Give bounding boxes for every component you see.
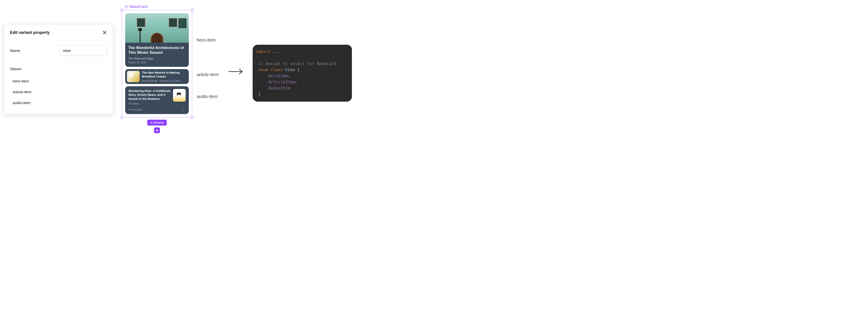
hero-date: August 25, 2021 bbox=[128, 61, 186, 64]
code-import-rest: ... bbox=[271, 49, 280, 54]
article-source: Morning Break bbox=[142, 80, 157, 82]
resize-handle-bl[interactable] bbox=[121, 116, 123, 118]
component-label[interactable]: NewsCard bbox=[125, 4, 147, 9]
hero-subtitle: The Seasonal Sagas bbox=[128, 57, 186, 60]
add-variant-button[interactable] bbox=[154, 128, 160, 133]
gutter-fold-icon[interactable] bbox=[253, 86, 256, 89]
annotation-hero: hero-item bbox=[197, 37, 219, 43]
close-icon[interactable] bbox=[102, 30, 107, 35]
variants-badge[interactable]: 3 Variants bbox=[147, 120, 167, 125]
annotation-audio: audio-item bbox=[197, 94, 219, 99]
panel-title: Edit variant property bbox=[10, 30, 50, 35]
edit-variant-panel: Edit variant property Name Values hero-i… bbox=[4, 25, 113, 114]
resize-handle-br[interactable] bbox=[191, 116, 193, 118]
plus-icon bbox=[155, 129, 159, 132]
code-enum-name: View { bbox=[283, 67, 300, 72]
code-class-kw: class bbox=[271, 67, 283, 72]
name-label: Name bbox=[10, 49, 20, 53]
arrow-column bbox=[228, 4, 244, 76]
article-item-card[interactable]: The New Method to Making Breakfast Crepe… bbox=[125, 69, 189, 84]
code-enum-kw: enum bbox=[258, 67, 268, 72]
name-row: Name bbox=[4, 40, 113, 61]
arrow-right-icon bbox=[228, 68, 244, 75]
code-import-kw: import bbox=[256, 49, 271, 54]
audio-thumb bbox=[173, 89, 186, 102]
panel-header: Edit variant property bbox=[4, 25, 113, 40]
code-close: } bbox=[258, 92, 261, 96]
code-member-1: HeroItem bbox=[268, 74, 288, 78]
resize-handle-tr[interactable] bbox=[191, 9, 193, 11]
value-item-audio[interactable]: audio-item bbox=[12, 97, 107, 108]
audio-item-card[interactable]: Wondering Hour: A Childhood Story, Grizz… bbox=[125, 86, 189, 114]
component-icon bbox=[125, 5, 128, 8]
hero-item-card[interactable]: The Wonderful Architectures of This Wint… bbox=[125, 13, 189, 67]
values-heading: Values bbox=[10, 67, 107, 72]
selection-frame[interactable]: The Wonderful Architectures of This Wint… bbox=[122, 10, 192, 117]
canvas-area: NewsCard The Wonderful Arc bbox=[122, 4, 219, 133]
code-comment: // Design to select for NewsCard bbox=[258, 61, 337, 66]
audio-title: Wondering Hour: A Childhood Story, Grizz… bbox=[128, 89, 171, 101]
value-item-article[interactable]: article-item bbox=[12, 87, 107, 97]
annotations-column: hero-item article-item audio-item bbox=[197, 4, 219, 99]
code-member-3: AudioItem bbox=[268, 86, 290, 90]
annotation-article: article-item bbox=[197, 72, 219, 77]
component-name: NewsCard bbox=[129, 4, 147, 9]
article-date: November 10, 2021 bbox=[159, 80, 180, 82]
gutter-fold-icon[interactable] bbox=[253, 62, 256, 64]
article-thumb bbox=[127, 71, 140, 82]
article-title: The New Method to Making Breakfast Crepe… bbox=[142, 71, 187, 79]
code-column: import ... // Design to select for NewsC… bbox=[253, 4, 352, 102]
code-member-2: ArticleItem bbox=[268, 80, 295, 84]
audio-time: 4 hours ago bbox=[128, 108, 142, 111]
resize-handle-tl[interactable] bbox=[121, 9, 123, 11]
hero-image bbox=[125, 13, 189, 43]
values-section: Values hero-item article-item audio-item bbox=[4, 61, 113, 114]
code-block: import ... // Design to select for NewsC… bbox=[253, 45, 352, 102]
name-input[interactable] bbox=[60, 46, 107, 56]
audio-author: The Bees bbox=[128, 102, 171, 105]
hero-title: The Wonderful Architectures of This Wint… bbox=[128, 46, 186, 55]
value-item-hero[interactable]: hero-item bbox=[12, 76, 107, 87]
more-icon[interactable]: ⋮ bbox=[182, 108, 186, 111]
